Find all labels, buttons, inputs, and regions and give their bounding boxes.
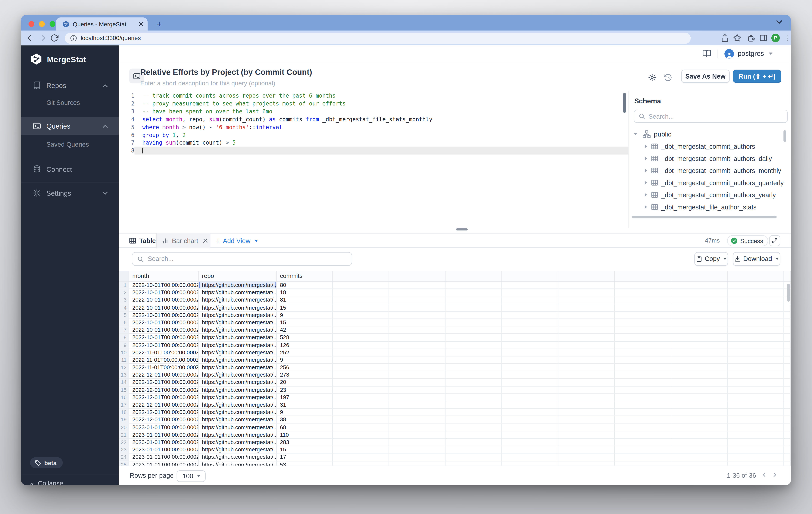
add-view-button[interactable]: + Add View [215,234,258,248]
cell-empty[interactable] [389,349,445,356]
cell-month[interactable]: 2022-10-01T00:00:00.000Z [129,282,199,289]
cell-empty[interactable] [671,431,728,438]
cell-empty[interactable] [728,364,784,371]
cell-month[interactable]: 2022-10-01T00:00:00.000Z [129,341,199,348]
cell-empty[interactable] [333,289,389,296]
cell-empty[interactable] [445,409,502,416]
cell-commits[interactable]: 252 [277,349,333,356]
cell-empty[interactable] [728,304,784,311]
cell-empty[interactable] [558,319,615,326]
cell-empty[interactable] [784,364,791,371]
cell-empty[interactable] [445,334,502,341]
cell-commits[interactable]: 53 [277,461,333,466]
cell-month[interactable]: 2022-11-01T00:00:00.000Z [129,356,199,364]
cell-empty[interactable] [615,364,671,371]
cell-commits[interactable]: 283 [277,439,333,446]
cell-commits[interactable]: 38 [277,416,333,423]
cell-empty[interactable] [333,461,389,466]
cell-empty[interactable] [671,401,728,408]
sidebar-item-saved-queries[interactable]: Saved Queries [47,140,89,149]
schema-table-item[interactable]: _dbt_mergestat_commit_authors [629,140,784,152]
cell-empty[interactable] [445,387,502,393]
schema-table-item[interactable]: _dbt_mergestat_commit_authors_quarterly [629,177,784,189]
tab-table[interactable]: Table [124,234,156,248]
cell-empty[interactable] [445,379,502,386]
editor-line[interactable]: 4select month, repo, sum(commit_count) a… [119,115,628,123]
cell-empty[interactable] [728,341,784,348]
cell-empty[interactable] [728,439,784,446]
cell-empty[interactable] [671,387,728,393]
cell-empty[interactable] [502,439,558,446]
cell-empty[interactable] [784,326,791,334]
cell-empty[interactable] [445,304,502,311]
cell-empty[interactable] [389,387,445,393]
cell-empty[interactable] [671,446,728,453]
bookmark-star-icon[interactable] [733,34,741,42]
cell-repo[interactable]: https://github.com/mergestat/... [199,364,277,371]
cell-empty[interactable] [728,387,784,393]
cell-empty[interactable] [728,379,784,386]
cell-empty[interactable] [615,341,671,348]
cell-empty[interactable] [558,349,615,356]
cell-empty[interactable] [615,409,671,416]
cell-empty[interactable] [784,409,791,416]
cell-empty[interactable] [558,296,615,304]
save-as-new-button[interactable]: Save As New [681,69,730,83]
cell-empty[interactable] [558,356,615,364]
cell-month[interactable]: 2022-12-01T00:00:00.000Z [129,387,199,393]
cell-month[interactable]: 2023-01-01T00:00:00.000Z [129,439,199,446]
tab-close-icon[interactable] [139,22,143,26]
cell-commits[interactable]: 15 [277,319,333,326]
reload-icon[interactable] [50,34,58,42]
cell-empty[interactable] [728,424,784,431]
cell-empty[interactable] [502,319,558,326]
cell-empty[interactable] [784,416,791,423]
cell-empty[interactable] [728,349,784,356]
cell-month[interactable]: 2022-10-01T00:00:00.000Z [129,289,199,296]
cell-empty[interactable] [671,341,728,348]
caret-right-icon[interactable] [644,193,647,197]
profile-avatar[interactable]: P [772,34,780,42]
cell-empty[interactable] [728,289,784,296]
cell-empty[interactable] [333,304,389,311]
cell-empty[interactable] [671,371,728,378]
column-header-commits[interactable]: commits [277,271,333,281]
cell-month[interactable]: 2022-12-01T00:00:00.000Z [129,394,199,401]
cell-repo[interactable]: https://github.com/mergestat/... [199,341,277,348]
cell-commits[interactable]: 81 [277,296,333,304]
cell-empty[interactable] [558,312,615,318]
cell-empty[interactable] [615,312,671,318]
cell-commits[interactable]: 528 [277,334,333,341]
cell-empty[interactable] [784,312,791,318]
user-name[interactable]: postgres [738,50,764,58]
cell-empty[interactable] [333,431,389,438]
zoom-window-button[interactable] [50,21,55,27]
cell-empty[interactable] [671,424,728,431]
cell-repo[interactable]: https://github.com/mergestat/... [199,409,277,416]
cell-empty[interactable] [558,379,615,386]
cell-month[interactable]: 2022-12-01T00:00:00.000Z [129,379,199,386]
cell-month[interactable]: 2022-10-01T00:00:00.000Z [129,326,199,334]
cell-month[interactable]: 2022-11-01T00:00:00.000Z [129,364,199,371]
side-panel-icon[interactable] [759,34,767,42]
cell-empty[interactable] [558,394,615,401]
cell-repo[interactable]: https://github.com/mergestat/... [199,424,277,431]
schema-horizontal-scrollbar[interactable] [632,216,777,218]
extensions-puzzle-icon[interactable] [747,34,756,42]
cell-empty[interactable] [333,409,389,416]
schema-table-item[interactable]: _dbt_mergestat_commit_authors_yearly [629,189,784,201]
cell-commits[interactable]: 126 [277,341,333,348]
cell-empty[interactable] [615,289,671,296]
cell-empty[interactable] [784,349,791,356]
cell-empty[interactable] [445,289,502,296]
panel-resize-handle[interactable] [456,228,468,230]
cell-empty[interactable] [389,454,445,461]
minimize-window-button[interactable] [39,21,45,27]
sidebar-item-git-sources[interactable]: Git Sources [47,98,80,108]
cell-empty[interactable] [502,454,558,461]
cell-empty[interactable] [445,431,502,438]
cell-empty[interactable] [671,326,728,334]
cell-empty[interactable] [389,334,445,341]
cell-repo[interactable]: https://github.com/mergestat/... [199,296,277,304]
cell-repo[interactable]: https://github.com/mergestat/... [199,356,277,364]
